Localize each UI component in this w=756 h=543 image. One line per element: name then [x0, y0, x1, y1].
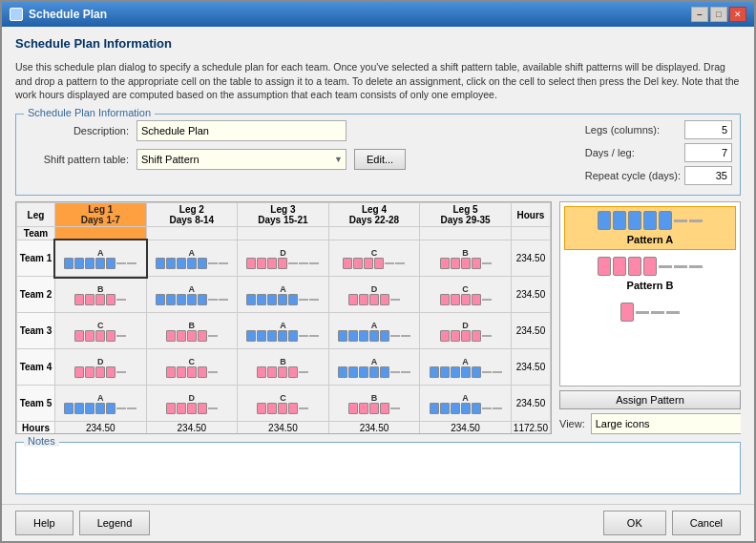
view-select[interactable]: Large icons Small icons List [591, 413, 741, 434]
mini-block [369, 403, 379, 414]
shift-pattern-select[interactable]: Shift Pattern [136, 149, 346, 170]
team2-leg5-cell[interactable]: C [420, 277, 512, 313]
bottom-bar: Help Legend OK Cancel [2, 504, 754, 541]
team1-leg3-cell[interactable]: D [238, 240, 329, 277]
assign-pattern-button[interactable]: Assign Pattern [559, 390, 741, 409]
mini-block [106, 258, 116, 269]
help-button[interactable]: Help [15, 511, 74, 535]
mini-dash [390, 335, 400, 337]
team1-hours: 234.50 [511, 240, 550, 277]
section-box-label: Schedule Plan Information [24, 107, 155, 118]
mini-block [267, 366, 277, 378]
days-leg-input[interactable] [684, 143, 732, 162]
team2-leg3-cell[interactable]: A [238, 277, 329, 313]
team2-leg1-cell[interactable]: B [55, 277, 147, 313]
legs-input[interactable] [684, 120, 732, 139]
mini-block [95, 330, 105, 342]
mini-block [461, 294, 471, 305]
maximize-button[interactable]: □ [710, 7, 727, 22]
team3-label: Team 3 [17, 313, 55, 349]
mini-block [472, 366, 481, 378]
block-dash [674, 265, 687, 268]
repeat-cycle-input[interactable] [684, 166, 732, 185]
team2-leg2-cell[interactable]: A [146, 277, 238, 313]
mini-block [177, 403, 186, 414]
pattern-panel[interactable]: Pattern A Pattern B [559, 201, 741, 386]
mini-block [106, 366, 116, 378]
legend-button[interactable]: Legend [79, 511, 151, 535]
team5-leg5-cell[interactable]: A [420, 386, 512, 422]
team2-label: Team 2 [17, 277, 55, 313]
team3-leg4-cell[interactable]: A [328, 313, 420, 349]
mini-dash [208, 335, 218, 337]
team5-leg2-cell[interactable]: D [146, 386, 238, 422]
td-hours-sub [511, 227, 550, 240]
mini-block [348, 403, 358, 414]
team1-leg5-cell[interactable]: B [420, 240, 512, 277]
mini-block [95, 366, 105, 378]
team1-label: Team 1 [17, 240, 55, 277]
pattern-c-blocks [620, 303, 680, 322]
block [628, 257, 641, 276]
pattern-a-item[interactable]: Pattern A [564, 206, 736, 250]
mini-block [85, 294, 94, 305]
mini-block [359, 330, 368, 342]
mini-block [451, 294, 460, 305]
team4-leg3-cell[interactable]: B [238, 349, 329, 386]
block [613, 211, 626, 230]
mini-block [187, 258, 197, 269]
block-dash [689, 265, 703, 268]
mini-block [472, 330, 481, 342]
team5-leg3-cell[interactable]: C [238, 386, 329, 422]
team1-leg1-cell[interactable]: A [55, 240, 147, 277]
mini-dash [208, 299, 218, 301]
team3-leg2-cell[interactable]: B [146, 313, 238, 349]
team4-leg1-cell[interactable]: D [55, 349, 147, 386]
view-label: View: [559, 418, 585, 429]
mini-block [187, 366, 197, 378]
cancel-button[interactable]: Cancel [672, 511, 741, 535]
mini-block [461, 366, 471, 378]
table-row: Team 1 A [17, 240, 551, 277]
main-area: Leg Leg 1Days 1-7 Leg 2Days 8-14 Leg 3Da… [15, 201, 741, 434]
title-bar-left: Schedule Plan [10, 8, 107, 21]
team3-leg3-cell[interactable]: A [238, 313, 329, 349]
pattern-c-item[interactable] [564, 298, 736, 326]
pattern-b-item[interactable]: Pattern B [564, 252, 736, 296]
team4-leg2-cell[interactable]: C [146, 349, 238, 386]
notes-section-wrapper: Notes [15, 440, 741, 494]
hours-leg3: 234.50 [238, 422, 329, 434]
description-input[interactable] [136, 120, 346, 141]
mini-block [166, 403, 176, 414]
minimize-button[interactable]: ‒ [691, 7, 708, 22]
edit-button[interactable]: Edit... [354, 149, 406, 170]
mini-block [95, 403, 105, 414]
description-label: Description: [24, 125, 129, 136]
mini-block [278, 330, 287, 342]
close-button[interactable]: ✕ [729, 7, 746, 22]
days-leg-label: Days / leg: [585, 147, 635, 158]
mini-dash [116, 299, 126, 301]
mini-block [472, 294, 481, 305]
team4-label: Team 4 [17, 349, 55, 386]
team3-leg5-cell[interactable]: D [420, 313, 512, 349]
repeat-cycle-row: Repeat cycle (days): [585, 166, 732, 185]
mini-block [359, 294, 368, 305]
team4-leg4-cell[interactable]: A [328, 349, 420, 386]
team5-leg1-cell[interactable]: A [55, 386, 147, 422]
window-title: Schedule Plan [29, 8, 107, 21]
team2-leg4-cell[interactable]: D [328, 277, 420, 313]
mini-block [257, 258, 266, 269]
hours-leg2: 234.50 [146, 422, 238, 434]
team5-leg4-cell[interactable]: B [328, 386, 420, 422]
team1-leg2-cell[interactable]: A [146, 240, 238, 277]
team4-leg5-cell[interactable]: A [420, 349, 512, 386]
mini-block [166, 366, 176, 378]
ok-button[interactable]: OK [603, 511, 666, 535]
team3-leg1-cell[interactable]: C [55, 313, 147, 349]
notes-textarea[interactable] [22, 445, 734, 491]
mini-block [74, 403, 84, 414]
mini-dash [299, 262, 308, 264]
team1-leg4-cell[interactable]: C [328, 240, 420, 277]
schedule-table-container[interactable]: Leg Leg 1Days 1-7 Leg 2Days 8-14 Leg 3Da… [15, 201, 552, 434]
